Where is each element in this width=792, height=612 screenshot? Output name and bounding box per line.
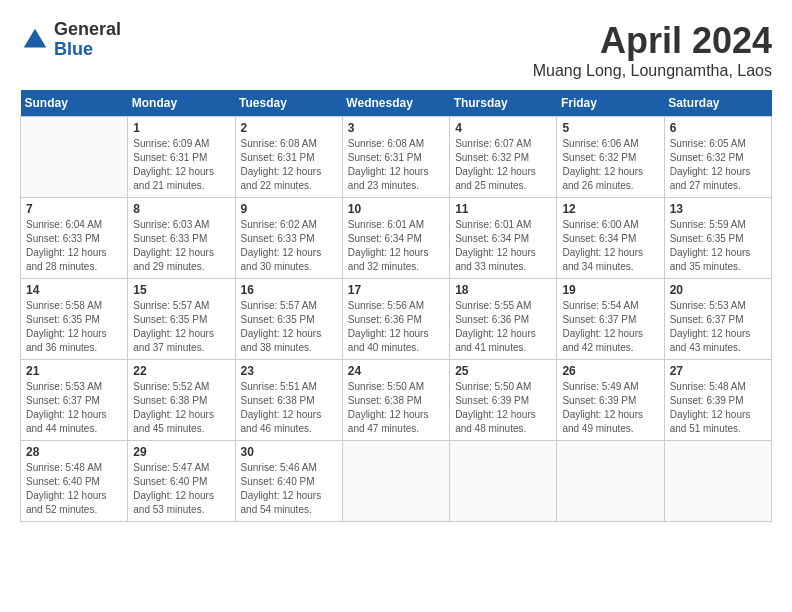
day-info-4: Sunrise: 6:07 AM Sunset: 6:32 PM Dayligh… xyxy=(455,137,551,193)
cell-4-0: 28Sunrise: 5:48 AM Sunset: 6:40 PM Dayli… xyxy=(21,441,128,522)
day-number-2: 2 xyxy=(241,121,337,135)
day-number-22: 22 xyxy=(133,364,229,378)
cell-3-2: 23Sunrise: 5:51 AM Sunset: 6:38 PM Dayli… xyxy=(235,360,342,441)
day-number-6: 6 xyxy=(670,121,766,135)
day-info-8: Sunrise: 6:03 AM Sunset: 6:33 PM Dayligh… xyxy=(133,218,229,274)
day-info-16: Sunrise: 5:57 AM Sunset: 6:35 PM Dayligh… xyxy=(241,299,337,355)
title-section: April 2024 Muang Long, Loungnamtha, Laos xyxy=(533,20,772,80)
cell-1-0: 7Sunrise: 6:04 AM Sunset: 6:33 PM Daylig… xyxy=(21,198,128,279)
cell-3-4: 25Sunrise: 5:50 AM Sunset: 6:39 PM Dayli… xyxy=(450,360,557,441)
cell-4-6 xyxy=(664,441,771,522)
logo-blue: Blue xyxy=(54,40,121,60)
cell-3-0: 21Sunrise: 5:53 AM Sunset: 6:37 PM Dayli… xyxy=(21,360,128,441)
day-info-13: Sunrise: 5:59 AM Sunset: 6:35 PM Dayligh… xyxy=(670,218,766,274)
day-number-10: 10 xyxy=(348,202,444,216)
day-info-6: Sunrise: 6:05 AM Sunset: 6:32 PM Dayligh… xyxy=(670,137,766,193)
day-number-17: 17 xyxy=(348,283,444,297)
day-info-23: Sunrise: 5:51 AM Sunset: 6:38 PM Dayligh… xyxy=(241,380,337,436)
day-info-19: Sunrise: 5:54 AM Sunset: 6:37 PM Dayligh… xyxy=(562,299,658,355)
day-info-2: Sunrise: 6:08 AM Sunset: 6:31 PM Dayligh… xyxy=(241,137,337,193)
cell-2-6: 20Sunrise: 5:53 AM Sunset: 6:37 PM Dayli… xyxy=(664,279,771,360)
cell-1-4: 11Sunrise: 6:01 AM Sunset: 6:34 PM Dayli… xyxy=(450,198,557,279)
logo-icon xyxy=(20,25,50,55)
day-info-5: Sunrise: 6:06 AM Sunset: 6:32 PM Dayligh… xyxy=(562,137,658,193)
day-number-25: 25 xyxy=(455,364,551,378)
day-info-9: Sunrise: 6:02 AM Sunset: 6:33 PM Dayligh… xyxy=(241,218,337,274)
day-number-26: 26 xyxy=(562,364,658,378)
week-row-2: 7Sunrise: 6:04 AM Sunset: 6:33 PM Daylig… xyxy=(21,198,772,279)
logo-text: General Blue xyxy=(54,20,121,60)
day-info-11: Sunrise: 6:01 AM Sunset: 6:34 PM Dayligh… xyxy=(455,218,551,274)
col-thursday: Thursday xyxy=(450,90,557,117)
cell-2-2: 16Sunrise: 5:57 AM Sunset: 6:35 PM Dayli… xyxy=(235,279,342,360)
day-info-3: Sunrise: 6:08 AM Sunset: 6:31 PM Dayligh… xyxy=(348,137,444,193)
day-info-29: Sunrise: 5:47 AM Sunset: 6:40 PM Dayligh… xyxy=(133,461,229,517)
cell-0-2: 2Sunrise: 6:08 AM Sunset: 6:31 PM Daylig… xyxy=(235,117,342,198)
day-number-5: 5 xyxy=(562,121,658,135)
day-info-27: Sunrise: 5:48 AM Sunset: 6:39 PM Dayligh… xyxy=(670,380,766,436)
col-tuesday: Tuesday xyxy=(235,90,342,117)
day-number-18: 18 xyxy=(455,283,551,297)
day-number-27: 27 xyxy=(670,364,766,378)
cell-2-4: 18Sunrise: 5:55 AM Sunset: 6:36 PM Dayli… xyxy=(450,279,557,360)
day-number-30: 30 xyxy=(241,445,337,459)
cell-1-3: 10Sunrise: 6:01 AM Sunset: 6:34 PM Dayli… xyxy=(342,198,449,279)
day-number-11: 11 xyxy=(455,202,551,216)
day-info-22: Sunrise: 5:52 AM Sunset: 6:38 PM Dayligh… xyxy=(133,380,229,436)
cell-2-3: 17Sunrise: 5:56 AM Sunset: 6:36 PM Dayli… xyxy=(342,279,449,360)
day-number-16: 16 xyxy=(241,283,337,297)
cell-3-3: 24Sunrise: 5:50 AM Sunset: 6:38 PM Dayli… xyxy=(342,360,449,441)
cell-2-5: 19Sunrise: 5:54 AM Sunset: 6:37 PM Dayli… xyxy=(557,279,664,360)
day-number-19: 19 xyxy=(562,283,658,297)
cell-1-6: 13Sunrise: 5:59 AM Sunset: 6:35 PM Dayli… xyxy=(664,198,771,279)
cell-2-0: 14Sunrise: 5:58 AM Sunset: 6:35 PM Dayli… xyxy=(21,279,128,360)
day-info-28: Sunrise: 5:48 AM Sunset: 6:40 PM Dayligh… xyxy=(26,461,122,517)
cell-0-6: 6Sunrise: 6:05 AM Sunset: 6:32 PM Daylig… xyxy=(664,117,771,198)
cell-1-1: 8Sunrise: 6:03 AM Sunset: 6:33 PM Daylig… xyxy=(128,198,235,279)
cell-1-2: 9Sunrise: 6:02 AM Sunset: 6:33 PM Daylig… xyxy=(235,198,342,279)
day-number-20: 20 xyxy=(670,283,766,297)
calendar-table: Sunday Monday Tuesday Wednesday Thursday… xyxy=(20,90,772,522)
col-wednesday: Wednesday xyxy=(342,90,449,117)
day-number-24: 24 xyxy=(348,364,444,378)
day-number-4: 4 xyxy=(455,121,551,135)
day-info-10: Sunrise: 6:01 AM Sunset: 6:34 PM Dayligh… xyxy=(348,218,444,274)
col-sunday: Sunday xyxy=(21,90,128,117)
day-number-12: 12 xyxy=(562,202,658,216)
col-monday: Monday xyxy=(128,90,235,117)
week-row-1: 1Sunrise: 6:09 AM Sunset: 6:31 PM Daylig… xyxy=(21,117,772,198)
cell-4-2: 30Sunrise: 5:46 AM Sunset: 6:40 PM Dayli… xyxy=(235,441,342,522)
week-row-4: 21Sunrise: 5:53 AM Sunset: 6:37 PM Dayli… xyxy=(21,360,772,441)
col-friday: Friday xyxy=(557,90,664,117)
header: General Blue April 2024 Muang Long, Loun… xyxy=(20,20,772,80)
col-saturday: Saturday xyxy=(664,90,771,117)
day-info-7: Sunrise: 6:04 AM Sunset: 6:33 PM Dayligh… xyxy=(26,218,122,274)
logo-general: General xyxy=(54,20,121,40)
day-number-1: 1 xyxy=(133,121,229,135)
cell-4-4 xyxy=(450,441,557,522)
week-row-5: 28Sunrise: 5:48 AM Sunset: 6:40 PM Dayli… xyxy=(21,441,772,522)
cell-4-3 xyxy=(342,441,449,522)
day-info-30: Sunrise: 5:46 AM Sunset: 6:40 PM Dayligh… xyxy=(241,461,337,517)
cell-4-5 xyxy=(557,441,664,522)
cell-1-5: 12Sunrise: 6:00 AM Sunset: 6:34 PM Dayli… xyxy=(557,198,664,279)
cell-4-1: 29Sunrise: 5:47 AM Sunset: 6:40 PM Dayli… xyxy=(128,441,235,522)
cell-3-6: 27Sunrise: 5:48 AM Sunset: 6:39 PM Dayli… xyxy=(664,360,771,441)
day-number-15: 15 xyxy=(133,283,229,297)
day-number-21: 21 xyxy=(26,364,122,378)
cell-2-1: 15Sunrise: 5:57 AM Sunset: 6:35 PM Dayli… xyxy=(128,279,235,360)
day-info-1: Sunrise: 6:09 AM Sunset: 6:31 PM Dayligh… xyxy=(133,137,229,193)
day-number-8: 8 xyxy=(133,202,229,216)
cell-0-3: 3Sunrise: 6:08 AM Sunset: 6:31 PM Daylig… xyxy=(342,117,449,198)
day-number-28: 28 xyxy=(26,445,122,459)
day-info-21: Sunrise: 5:53 AM Sunset: 6:37 PM Dayligh… xyxy=(26,380,122,436)
day-info-24: Sunrise: 5:50 AM Sunset: 6:38 PM Dayligh… xyxy=(348,380,444,436)
day-number-3: 3 xyxy=(348,121,444,135)
cell-0-1: 1Sunrise: 6:09 AM Sunset: 6:31 PM Daylig… xyxy=(128,117,235,198)
cell-0-4: 4Sunrise: 6:07 AM Sunset: 6:32 PM Daylig… xyxy=(450,117,557,198)
svg-marker-0 xyxy=(24,29,47,48)
day-number-13: 13 xyxy=(670,202,766,216)
day-info-20: Sunrise: 5:53 AM Sunset: 6:37 PM Dayligh… xyxy=(670,299,766,355)
calendar-title: April 2024 xyxy=(533,20,772,62)
day-number-9: 9 xyxy=(241,202,337,216)
